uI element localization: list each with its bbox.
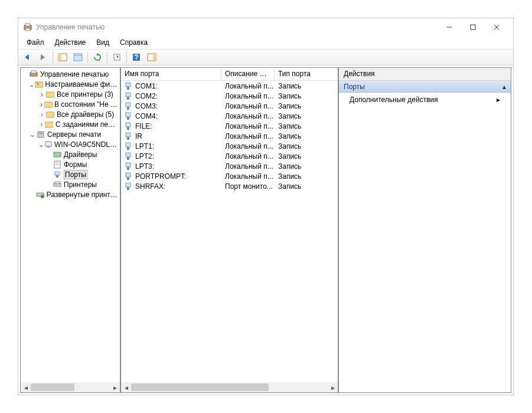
svg-rect-31 [47, 146, 50, 148]
tree-servers[interactable]: ⌄Серверы печати [22, 129, 120, 139]
port-row[interactable]: IRЛокальный п...Запись [121, 131, 338, 141]
port-name-cell: FILE: [121, 122, 221, 130]
expand-icon[interactable]: › [38, 120, 45, 129]
svg-rect-29 [39, 133, 43, 134]
expand-icon[interactable]: › [38, 100, 44, 109]
port-type-cell: Запись [275, 112, 322, 120]
show-action-pane-button[interactable] [145, 51, 159, 64]
collapse-icon[interactable]: ⌄ [38, 140, 44, 149]
port-row[interactable]: FILE:Локальный п...Запись [121, 121, 338, 131]
tree-root[interactable]: Управление печатью [22, 69, 120, 79]
tree-deployed[interactable]: Развернутые принтеры [22, 189, 120, 199]
port-row[interactable]: COM4:Локальный п...Запись [121, 111, 338, 121]
menu-action[interactable]: Действие [50, 37, 91, 48]
collapse-icon[interactable]: ⌄ [29, 130, 36, 139]
tree-scrollbar[interactable]: ◂ ▸ [21, 382, 120, 392]
action-pane: Действия Порты ▴ Дополнительные действия… [338, 67, 511, 393]
svg-rect-19 [153, 54, 156, 61]
column-type[interactable]: Тип порта [275, 68, 338, 80]
svg-rect-27 [45, 122, 53, 127]
svg-rect-24 [46, 92, 54, 97]
collapse-icon[interactable]: ⌄ [29, 80, 35, 88]
svg-rect-42 [126, 83, 130, 87]
toolbar-separator [53, 51, 53, 63]
printers-icon [53, 180, 62, 189]
svg-rect-60 [126, 173, 130, 177]
port-row[interactable]: COM2:Локальный п...Запись [121, 91, 338, 101]
tree-ports[interactable]: Порты [22, 169, 120, 179]
port-row[interactable]: LPT2:Локальный п...Запись [121, 151, 338, 161]
tree-filters[interactable]: ⌄Настраиваемые фильтры [22, 79, 120, 89]
port-type-cell: Запись [275, 122, 322, 130]
list-scrollbar[interactable]: ◂ ▸ [121, 382, 338, 392]
svg-rect-21 [31, 71, 36, 73]
help-button[interactable]: ? [129, 51, 143, 64]
svg-rect-1 [25, 24, 30, 26]
scroll-left-icon[interactable]: ◂ [121, 382, 131, 392]
port-type-cell: Запись [275, 182, 322, 191]
svg-rect-50 [126, 123, 130, 127]
filter-icon [45, 110, 55, 119]
port-name-cell: IR [121, 132, 221, 140]
close-button[interactable] [485, 19, 508, 35]
port-type-cell: Запись [275, 102, 322, 110]
port-row[interactable]: PORTPROMPT:Локальный п...Запись [121, 171, 338, 181]
menu-file[interactable]: Файл [22, 37, 49, 48]
port-icon [125, 112, 133, 120]
action-more-label: Дополнительные действия [350, 96, 438, 104]
column-name[interactable]: Имя порта [121, 68, 221, 80]
tree-server[interactable]: ⌄WIN-OIA9C5NDLAN (ло [22, 139, 120, 149]
menu-help[interactable]: Справка [115, 37, 152, 48]
port-icon [125, 152, 133, 160]
action-more[interactable]: Дополнительные действия ▸ [339, 93, 511, 107]
port-row[interactable]: LPT3:Локальный п...Запись [121, 161, 338, 171]
expand-icon[interactable]: › [38, 110, 45, 119]
scroll-left-icon[interactable]: ◂ [21, 382, 31, 392]
port-type-cell: Запись [275, 132, 322, 140]
menu-view[interactable]: Вид [92, 37, 114, 48]
show-hide-tree-button[interactable] [56, 51, 70, 64]
scroll-right-icon[interactable]: ▸ [110, 382, 120, 392]
minimize-button[interactable] [438, 19, 461, 35]
expand-icon[interactable]: › [38, 90, 45, 99]
refresh-button[interactable] [90, 51, 105, 64]
printer-icon [29, 70, 38, 79]
column-desc[interactable]: Описание пор... [221, 68, 275, 80]
export-button[interactable] [110, 51, 124, 64]
svg-rect-58 [126, 163, 130, 167]
filter-icon [45, 90, 55, 99]
port-row[interactable]: LPT1:Локальный п...Запись [121, 141, 338, 151]
filter-folder-icon [35, 80, 43, 89]
tree-with-jobs[interactable]: ›С заданиями печати [22, 119, 120, 129]
scroll-right-icon[interactable]: ▸ [328, 382, 338, 392]
port-type-cell: Запись [275, 92, 322, 100]
port-icon [125, 182, 133, 191]
port-icon [53, 170, 62, 179]
back-button[interactable] [21, 51, 35, 64]
svg-marker-8 [41, 54, 45, 60]
tree-all-printers[interactable]: ›Все принтеры (3) [22, 89, 120, 99]
svg-rect-63 [127, 187, 129, 190]
tree-drivers[interactable]: Драйверы [22, 149, 120, 159]
console-tree[interactable]: Управление печатью ⌄Настраиваемые фильтр… [21, 68, 120, 382]
port-icon [125, 162, 133, 171]
toolbar-separator [126, 51, 127, 63]
forward-button[interactable] [36, 51, 50, 64]
filter-icon [45, 120, 54, 129]
tree-printers[interactable]: Принтеры [22, 179, 120, 189]
port-row[interactable]: COM1:Локальный п...Запись [121, 81, 338, 91]
tree-not-ready[interactable]: ›В состоянии "Не готов" [22, 99, 120, 109]
actions-section-ports[interactable]: Порты ▴ [339, 81, 511, 93]
tree-forms[interactable]: Формы [22, 159, 120, 169]
svg-rect-62 [126, 183, 130, 187]
svg-rect-28 [38, 132, 44, 137]
port-icon [125, 172, 133, 181]
maximize-button[interactable] [461, 19, 485, 35]
port-row[interactable]: COM3:Локальный п...Запись [121, 101, 338, 111]
svg-rect-48 [126, 113, 130, 117]
tree-all-drivers[interactable]: ›Все драйверы (5) [22, 109, 120, 119]
port-row[interactable]: SHRFAX:Порт монито...Запись [121, 181, 338, 191]
properties-button[interactable] [71, 51, 85, 64]
port-desc-cell: Локальный п... [221, 132, 275, 140]
list-body[interactable]: COM1:Локальный п...ЗаписьCOM2:Локальный … [121, 81, 338, 382]
